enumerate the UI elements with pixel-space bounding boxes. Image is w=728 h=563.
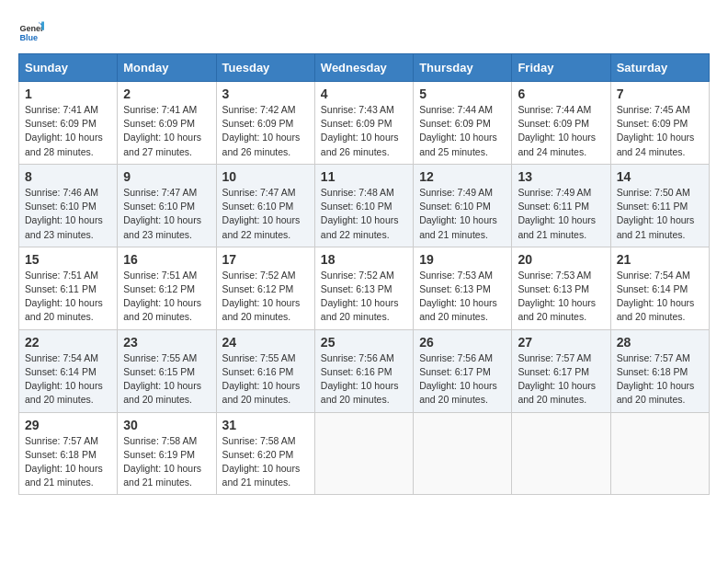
day-info: Sunrise: 7:47 AM Sunset: 6:10 PM Dayligh… [123,186,210,242]
day-info: Sunrise: 7:52 AM Sunset: 6:12 PM Dayligh… [222,269,309,325]
day-info: Sunrise: 7:57 AM Sunset: 6:18 PM Dayligh… [25,434,111,490]
calendar-cell: 14Sunrise: 7:50 AM Sunset: 6:11 PM Dayli… [610,164,709,247]
calendar-cell: 4Sunrise: 7:43 AM Sunset: 6:09 PM Daylig… [314,82,413,165]
calendar-cell: 22Sunrise: 7:54 AM Sunset: 6:14 PM Dayli… [19,329,118,412]
calendar-cell [314,412,413,495]
day-info: Sunrise: 7:41 AM Sunset: 6:09 PM Dayligh… [25,103,111,159]
calendar-cell: 19Sunrise: 7:53 AM Sunset: 6:13 PM Dayli… [414,247,512,329]
day-info: Sunrise: 7:57 AM Sunset: 6:17 PM Dayligh… [518,351,604,408]
calendar-cell: 11Sunrise: 7:48 AM Sunset: 6:10 PM Dayli… [314,164,413,247]
day-number: 17 [222,252,309,267]
calendar-cell: 13Sunrise: 7:49 AM Sunset: 6:11 PM Dayli… [512,164,610,247]
calendar-cell [512,412,610,495]
day-info: Sunrise: 7:49 AM Sunset: 6:11 PM Dayligh… [518,186,604,242]
day-number: 31 [222,418,309,432]
day-info: Sunrise: 7:44 AM Sunset: 6:09 PM Dayligh… [518,103,604,159]
day-info: Sunrise: 7:57 AM Sunset: 6:18 PM Dayligh… [617,351,703,408]
calendar-cell: 24Sunrise: 7:55 AM Sunset: 6:16 PM Dayli… [216,329,314,412]
day-number: 23 [123,335,210,350]
calendar-cell: 12Sunrise: 7:49 AM Sunset: 6:10 PM Dayli… [414,164,512,247]
day-number: 29 [25,418,111,432]
day-info: Sunrise: 7:44 AM Sunset: 6:09 PM Dayligh… [419,103,506,159]
day-number: 2 [123,86,210,101]
svg-marker-3 [41,22,44,30]
day-number: 3 [222,86,309,101]
day-info: Sunrise: 7:49 AM Sunset: 6:10 PM Dayligh… [419,186,506,242]
day-info: Sunrise: 7:51 AM Sunset: 6:11 PM Dayligh… [25,269,111,325]
calendar-cell: 15Sunrise: 7:51 AM Sunset: 6:11 PM Dayli… [19,247,118,329]
day-number: 12 [419,169,506,184]
day-number: 4 [321,86,407,101]
day-number: 5 [419,86,506,101]
day-info: Sunrise: 7:58 AM Sunset: 6:20 PM Dayligh… [222,434,309,490]
day-info: Sunrise: 7:51 AM Sunset: 6:12 PM Dayligh… [123,269,210,325]
day-number: 9 [123,169,210,184]
day-number: 14 [617,169,703,184]
day-number: 26 [419,335,506,350]
calendar-cell: 17Sunrise: 7:52 AM Sunset: 6:12 PM Dayli… [216,247,314,329]
day-info: Sunrise: 7:55 AM Sunset: 6:15 PM Dayligh… [123,351,210,408]
calendar-cell: 6Sunrise: 7:44 AM Sunset: 6:09 PM Daylig… [512,82,610,165]
calendar-cell: 5Sunrise: 7:44 AM Sunset: 6:09 PM Daylig… [414,82,512,165]
day-info: Sunrise: 7:56 AM Sunset: 6:16 PM Dayligh… [321,351,407,408]
day-number: 27 [518,335,604,350]
day-number: 19 [419,252,506,267]
svg-text:General: General [19,24,44,33]
calendar-cell: 30Sunrise: 7:58 AM Sunset: 6:19 PM Dayli… [118,412,216,495]
day-info: Sunrise: 7:52 AM Sunset: 6:13 PM Dayligh… [321,269,407,325]
day-info: Sunrise: 7:58 AM Sunset: 6:19 PM Dayligh… [123,434,210,490]
calendar-cell: 27Sunrise: 7:57 AM Sunset: 6:17 PM Dayli… [512,329,610,412]
day-number: 30 [123,418,210,432]
day-number: 8 [25,169,111,184]
day-info: Sunrise: 7:43 AM Sunset: 6:09 PM Dayligh… [321,103,407,159]
calendar-cell: 16Sunrise: 7:51 AM Sunset: 6:12 PM Dayli… [118,247,216,329]
calendar-cell [414,412,512,495]
day-number: 7 [617,86,703,101]
calendar-cell: 18Sunrise: 7:52 AM Sunset: 6:13 PM Dayli… [314,247,413,329]
day-number: 28 [617,335,703,350]
calendar-cell: 8Sunrise: 7:46 AM Sunset: 6:10 PM Daylig… [19,164,118,247]
day-number: 22 [25,335,111,350]
day-info: Sunrise: 7:56 AM Sunset: 6:17 PM Dayligh… [419,351,506,408]
weekday-header-wednesday: Wednesday [314,54,413,82]
calendar-cell: 23Sunrise: 7:55 AM Sunset: 6:15 PM Dayli… [118,329,216,412]
day-number: 21 [617,252,703,267]
day-info: Sunrise: 7:53 AM Sunset: 6:13 PM Dayligh… [518,269,604,325]
day-info: Sunrise: 7:53 AM Sunset: 6:13 PM Dayligh… [419,269,506,325]
day-info: Sunrise: 7:42 AM Sunset: 6:09 PM Dayligh… [222,103,309,159]
calendar-cell: 3Sunrise: 7:42 AM Sunset: 6:09 PM Daylig… [216,82,314,165]
day-info: Sunrise: 7:45 AM Sunset: 6:09 PM Dayligh… [617,103,703,159]
day-number: 11 [321,169,407,184]
calendar-cell: 1Sunrise: 7:41 AM Sunset: 6:09 PM Daylig… [19,82,118,165]
calendar-cell: 7Sunrise: 7:45 AM Sunset: 6:09 PM Daylig… [610,82,709,165]
calendar-cell: 21Sunrise: 7:54 AM Sunset: 6:14 PM Dayli… [610,247,709,329]
day-number: 6 [518,86,604,101]
calendar-cell: 31Sunrise: 7:58 AM Sunset: 6:20 PM Dayli… [216,412,314,495]
calendar-cell: 10Sunrise: 7:47 AM Sunset: 6:10 PM Dayli… [216,164,314,247]
calendar-cell: 26Sunrise: 7:56 AM Sunset: 6:17 PM Dayli… [414,329,512,412]
calendar-table: SundayMondayTuesdayWednesdayThursdayFrid… [18,53,710,495]
day-number: 16 [123,252,210,267]
logo: General Blue [18,18,46,44]
weekday-header-tuesday: Tuesday [216,54,314,82]
svg-text:Blue: Blue [19,33,38,42]
calendar-cell [610,412,709,495]
day-info: Sunrise: 7:50 AM Sunset: 6:11 PM Dayligh… [617,186,703,242]
weekday-header-monday: Monday [118,54,216,82]
day-info: Sunrise: 7:54 AM Sunset: 6:14 PM Dayligh… [617,269,703,325]
day-number: 15 [25,252,111,267]
day-number: 18 [321,252,407,267]
calendar-cell: 29Sunrise: 7:57 AM Sunset: 6:18 PM Dayli… [19,412,118,495]
weekday-header-friday: Friday [512,54,610,82]
weekday-header-saturday: Saturday [610,54,709,82]
day-number: 1 [25,86,111,101]
calendar-cell: 25Sunrise: 7:56 AM Sunset: 6:16 PM Dayli… [314,329,413,412]
page-header: General Blue [18,18,710,44]
calendar-cell: 20Sunrise: 7:53 AM Sunset: 6:13 PM Dayli… [512,247,610,329]
day-number: 13 [518,169,604,184]
day-info: Sunrise: 7:41 AM Sunset: 6:09 PM Dayligh… [123,103,210,159]
weekday-header-sunday: Sunday [19,54,118,82]
calendar-cell: 2Sunrise: 7:41 AM Sunset: 6:09 PM Daylig… [118,82,216,165]
day-info: Sunrise: 7:54 AM Sunset: 6:14 PM Dayligh… [25,351,111,408]
day-number: 24 [222,335,309,350]
